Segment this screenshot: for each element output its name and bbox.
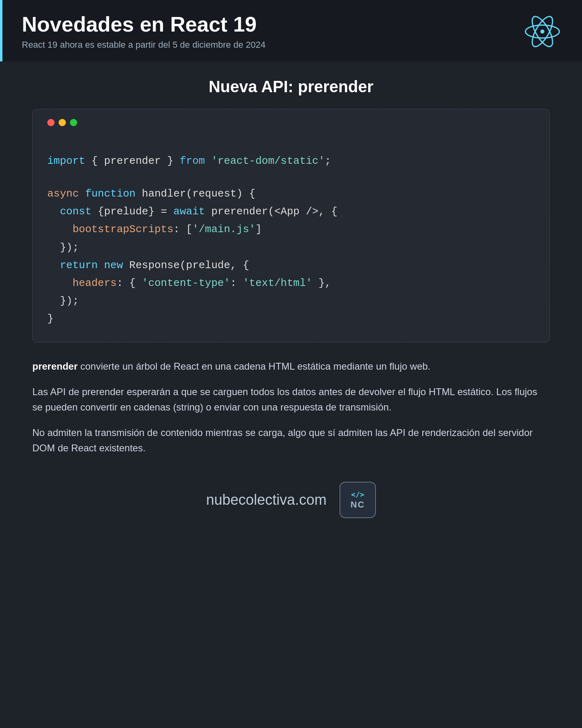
section-title: Nueva API: prerender bbox=[32, 78, 550, 96]
code-line: bootstrapScripts: ['/main.js'] bbox=[47, 220, 535, 238]
description-paragraph: No admiten la transmisión de contenido m… bbox=[32, 425, 550, 456]
footer: nubecolectiva.com </> NC bbox=[32, 466, 550, 526]
descriptions-container: prerender convierte un árbol de React en… bbox=[32, 359, 550, 456]
header: Novedades en React 19 React 19 ahora es … bbox=[0, 0, 582, 61]
code-token: { prerender } bbox=[85, 155, 180, 167]
main-content: Nueva API: prerender import { prerender … bbox=[0, 61, 582, 550]
dot-red bbox=[47, 119, 55, 126]
code-token bbox=[47, 277, 72, 289]
code-token: '/main.js' bbox=[192, 223, 255, 235]
description-bold: prerender bbox=[32, 361, 78, 372]
dot-green bbox=[70, 119, 77, 126]
code-block: import { prerender } from 'react-dom/sta… bbox=[47, 138, 535, 328]
code-token: {prelude} = bbox=[91, 205, 173, 218]
code-token: } bbox=[47, 313, 54, 325]
code-window: import { prerender } from 'react-dom/sta… bbox=[32, 109, 550, 343]
code-token: Response(prelude, { bbox=[123, 259, 249, 271]
nc-logo-inner: </> NC bbox=[350, 490, 365, 510]
code-line: } bbox=[47, 310, 535, 328]
window-dots bbox=[47, 119, 535, 126]
react-logo-icon bbox=[522, 11, 563, 52]
code-line: return new Response(prelude, { bbox=[47, 256, 535, 274]
code-token: prerender(<App />, { bbox=[205, 205, 337, 218]
svg-point-3 bbox=[540, 30, 544, 34]
code-line: async function handler(request) { bbox=[47, 185, 535, 203]
code-token: return bbox=[60, 259, 98, 271]
code-token: ; bbox=[325, 155, 331, 167]
code-token: import bbox=[47, 155, 85, 167]
code-token: function bbox=[85, 188, 136, 200]
code-token: : [ bbox=[173, 223, 192, 235]
code-token: from bbox=[180, 155, 205, 167]
header-subtitle: React 19 ahora es estable a partir del 5… bbox=[22, 40, 266, 50]
code-token: ] bbox=[255, 223, 262, 235]
header-title: Novedades en React 19 bbox=[22, 13, 266, 36]
description-paragraph: prerender convierte un árbol de React en… bbox=[32, 359, 550, 374]
nc-logo-text: NC bbox=[350, 499, 365, 510]
code-blank-line bbox=[47, 138, 535, 152]
code-token: : bbox=[230, 277, 243, 289]
code-token bbox=[98, 259, 104, 271]
code-token: }, bbox=[312, 277, 331, 289]
nc-logo: </> NC bbox=[340, 482, 376, 518]
code-blank-line bbox=[47, 170, 535, 185]
code-token bbox=[79, 188, 85, 200]
code-token: new bbox=[104, 259, 123, 271]
code-token: bootstrapScripts bbox=[72, 223, 173, 235]
code-token: 'react-dom/static' bbox=[211, 155, 325, 167]
dot-yellow bbox=[59, 119, 66, 126]
code-token: }); bbox=[47, 295, 79, 307]
code-token: handler(request) { bbox=[135, 188, 255, 200]
code-token: 'content-type' bbox=[142, 277, 230, 289]
footer-website: nubecolectiva.com bbox=[206, 491, 327, 508]
code-token bbox=[47, 259, 60, 271]
code-token bbox=[47, 223, 72, 235]
nc-code-tag: </> bbox=[351, 490, 365, 499]
code-line: import { prerender } from 'react-dom/sta… bbox=[47, 152, 535, 170]
code-token: 'text/html' bbox=[243, 277, 312, 289]
code-token: await bbox=[173, 205, 205, 218]
code-token bbox=[205, 155, 211, 167]
code-line: const {prelude} = await prerender(<App /… bbox=[47, 203, 535, 220]
code-line: }); bbox=[47, 292, 535, 310]
code-token: async bbox=[47, 188, 79, 200]
code-token bbox=[47, 205, 60, 218]
code-line: }); bbox=[47, 239, 535, 256]
code-token: const bbox=[60, 205, 91, 218]
code-token: }); bbox=[47, 241, 79, 254]
description-paragraph: Las API de prerender esperarán a que se … bbox=[32, 384, 550, 415]
code-line: headers: { 'content-type': 'text/html' }… bbox=[47, 274, 535, 292]
code-token: : { bbox=[117, 277, 142, 289]
header-left: Novedades en React 19 React 19 ahora es … bbox=[22, 13, 266, 50]
code-token: headers bbox=[72, 277, 116, 289]
